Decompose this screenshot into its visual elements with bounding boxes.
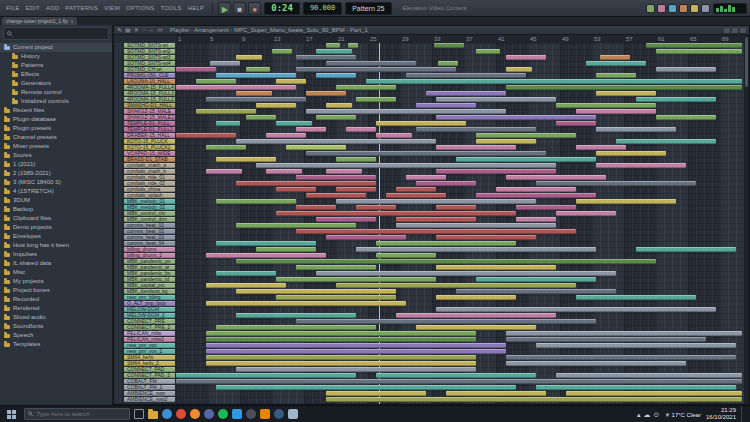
- pattern-clip[interactable]: [436, 307, 716, 312]
- pattern-clip[interactable]: [446, 391, 546, 396]
- pattern-clip[interactable]: [296, 175, 376, 180]
- track-name-button[interactable]: CONNECT_PRE_2: [124, 325, 175, 330]
- pattern-clip[interactable]: [326, 169, 362, 174]
- pattern-clip[interactable]: [256, 103, 296, 108]
- track-name-button[interactable]: KOTO-15_PLUCK: [124, 139, 175, 144]
- pattern-clip[interactable]: [376, 253, 436, 258]
- pattern-clip[interactable]: [416, 103, 476, 108]
- track-name-button[interactable]: comms_beat_01: [124, 223, 175, 228]
- stop-button[interactable]: ■: [233, 2, 246, 15]
- track-name-button[interactable]: MBK_control_drm: [124, 217, 175, 222]
- track-name-button[interactable]: COBALT_FM: [124, 379, 175, 384]
- track-name-button[interactable]: MELOW-DGM_2: [124, 313, 175, 318]
- track-name-button[interactable]: MBK_melody_02: [124, 205, 175, 210]
- track-name-button[interactable]: new_pnr_vox: [124, 343, 175, 348]
- playlist-panel-icon[interactable]: [646, 4, 655, 13]
- browser-search-input[interactable]: [3, 27, 109, 40]
- pattern-clip[interactable]: [436, 295, 516, 300]
- pattern-clip[interactable]: [596, 91, 656, 96]
- browser-item-impulses[interactable]: Impulses: [0, 250, 112, 259]
- pattern-clip[interactable]: [506, 85, 742, 90]
- project-tab[interactable]: change-tower project1_1.flp x: [2, 17, 77, 25]
- discord-icon[interactable]: [204, 409, 214, 419]
- pattern-clip[interactable]: [206, 253, 326, 258]
- pattern-clip[interactable]: [236, 139, 436, 144]
- pattern-clip[interactable]: [236, 223, 356, 228]
- weather-widget[interactable]: ☀ 17°C Clear: [664, 411, 700, 418]
- pattern-clip[interactable]: [316, 115, 356, 120]
- pattern-clip[interactable]: [306, 193, 366, 198]
- pattern-clip[interactable]: [272, 49, 292, 54]
- select-tool-icon[interactable]: ▭: [157, 26, 163, 34]
- track-name-button[interactable]: cymbals_crash_b: [124, 169, 175, 174]
- menu-patterns[interactable]: PATTERNS: [62, 5, 101, 11]
- track-name-button[interactable]: AMBIENCE_swp2: [124, 397, 175, 402]
- track-name-button[interactable]: MBK_pandemic_ar: [124, 265, 175, 270]
- pattern-clip[interactable]: [276, 211, 516, 216]
- record-button[interactable]: ●: [248, 2, 261, 15]
- track-name-button[interactable]: comms_beat_02: [124, 229, 175, 234]
- browser-item-clipboard-files[interactable]: Clipboard files: [0, 214, 112, 223]
- browser-item-channel-presets[interactable]: Channel presets: [0, 133, 112, 142]
- track-name-button[interactable]: comms_beat_03: [124, 235, 175, 240]
- antivirus-icon[interactable]: ⊙: [654, 406, 660, 422]
- taskbar-search[interactable]: [24, 408, 130, 420]
- pattern-clip[interactable]: [376, 241, 516, 246]
- browser-item-remote-control[interactable]: Remote control: [0, 88, 112, 97]
- pattern-clip[interactable]: [176, 379, 742, 384]
- pattern-clip[interactable]: [406, 175, 446, 180]
- browser-item-speech[interactable]: Speech: [0, 331, 112, 340]
- browser-item-envelopes[interactable]: Envelopes: [0, 232, 112, 241]
- pattern-clip[interactable]: [196, 79, 236, 84]
- track-name-button[interactable]: MBK_capital_prc: [124, 283, 175, 288]
- spotify-icon[interactable]: [218, 409, 228, 419]
- pattern-clip[interactable]: [536, 343, 736, 348]
- browser-item-backup[interactable]: Backup: [0, 205, 112, 214]
- browser-item-plugin-database[interactable]: Plugin database: [0, 115, 112, 124]
- track-name-button[interactable]: SHAKGZ-15_MALE: [124, 109, 175, 114]
- track-name-button[interactable]: KOTO-15_PLUCK2: [124, 145, 175, 150]
- pattern-clip[interactable]: [506, 55, 546, 60]
- paint-tool-icon[interactable]: ▤: [125, 26, 131, 34]
- track-name-button[interactable]: MBK_pandemic_ld: [124, 277, 175, 282]
- pattern-clip[interactable]: [206, 361, 476, 366]
- show-desktop-button[interactable]: [741, 406, 745, 422]
- chrome-icon[interactable]: [176, 409, 186, 419]
- pattern-clip[interactable]: [206, 355, 476, 360]
- pattern-clip[interactable]: [516, 205, 576, 210]
- play-button[interactable]: ▶: [218, 2, 231, 15]
- pattern-clip[interactable]: [296, 319, 596, 324]
- pattern-clip[interactable]: [576, 199, 676, 204]
- tempo-tap-icon[interactable]: [701, 4, 710, 13]
- pattern-clip[interactable]: [316, 271, 616, 276]
- pattern-clip[interactable]: [396, 217, 476, 222]
- pattern-clip[interactable]: [456, 157, 596, 162]
- pattern-clip[interactable]: [336, 85, 396, 90]
- pattern-clip[interactable]: [506, 337, 706, 342]
- track-name-button[interactable]: VOXPAD-15_WIDE: [124, 151, 175, 156]
- channel-rack-panel-icon[interactable]: [679, 4, 688, 13]
- pattern-clip[interactable]: [376, 121, 466, 126]
- pattern-clip[interactable]: [326, 103, 352, 108]
- pattern-clip[interactable]: [196, 109, 256, 114]
- pattern-clip[interactable]: [436, 205, 476, 210]
- pattern-clip[interactable]: [236, 289, 396, 294]
- track-name-button[interactable]: BRASS-D1_STAB: [124, 157, 175, 162]
- pattern-clip[interactable]: [386, 193, 446, 198]
- file-explorer-icon[interactable]: [148, 411, 158, 419]
- draw-tool-icon[interactable]: ✎: [117, 26, 122, 34]
- pattern-clip[interactable]: [216, 199, 296, 204]
- pattern-clip[interactable]: [436, 97, 556, 102]
- pattern-clip[interactable]: [416, 127, 536, 132]
- pattern-clip[interactable]: [576, 295, 696, 300]
- pattern-clip[interactable]: [206, 349, 506, 354]
- pattern-clip[interactable]: [216, 73, 296, 78]
- maximize-icon[interactable]: [732, 28, 738, 33]
- pattern-clip[interactable]: [326, 61, 416, 66]
- onedrive-icon[interactable]: ☁: [644, 406, 651, 422]
- browser-item-1-2021-[interactable]: 1 (2021): [0, 160, 112, 169]
- playlist-vertical-scrollbar[interactable]: [744, 35, 749, 404]
- pattern-clip[interactable]: [296, 229, 576, 234]
- track-name-button[interactable]: 4ROOMA-15_FULL4: [124, 85, 175, 90]
- pattern-clip[interactable]: [276, 187, 316, 192]
